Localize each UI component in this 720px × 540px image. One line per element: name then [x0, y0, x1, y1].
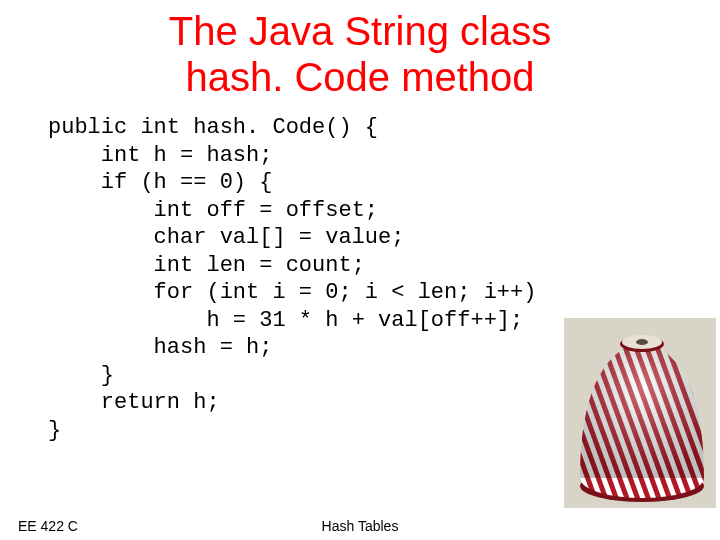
title-line-2: hash. Code method — [185, 55, 534, 99]
svg-point-7 — [636, 339, 648, 345]
title-line-1: The Java String class — [169, 9, 551, 53]
spool-of-twine-image — [564, 318, 716, 508]
footer-topic: Hash Tables — [0, 518, 720, 534]
slide-title: The Java String class hash. Code method — [0, 8, 720, 100]
